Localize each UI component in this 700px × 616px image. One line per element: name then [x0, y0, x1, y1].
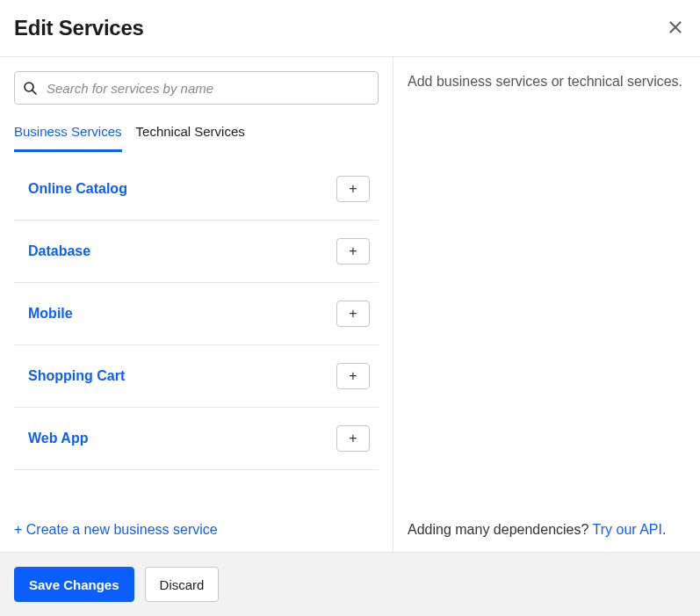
service-link-online-catalog[interactable]: Online Catalog: [14, 181, 127, 197]
right-panel: Add business services or technical servi…: [393, 57, 700, 552]
create-business-service-link[interactable]: + Create a new business service: [14, 522, 218, 538]
modal-footer: Save Changes Discard: [0, 552, 700, 616]
add-button[interactable]: +: [336, 425, 370, 452]
service-link-database[interactable]: Database: [14, 243, 90, 259]
right-intro: Add business services or technical servi…: [408, 71, 686, 92]
modal-body: Business Services Technical Services Onl…: [0, 57, 700, 552]
service-list: Online Catalog + Database + Mobile + Sho…: [14, 158, 379, 470]
search-icon: [23, 81, 37, 95]
service-row: Web App +: [14, 408, 379, 470]
service-row: Online Catalog +: [14, 158, 379, 221]
svg-line-3: [32, 91, 36, 94]
service-row: Mobile +: [14, 283, 379, 345]
tab-technical-services[interactable]: Technical Services: [136, 115, 245, 152]
edit-services-modal: Edit Services Business Services Technica…: [0, 0, 700, 616]
plus-icon: +: [349, 181, 357, 197]
add-button[interactable]: +: [336, 363, 370, 389]
service-link-shopping-cart[interactable]: Shopping Cart: [14, 368, 125, 384]
service-row: Database +: [14, 221, 379, 283]
service-link-web-app[interactable]: Web App: [14, 431, 88, 446]
save-changes-button[interactable]: Save Changes: [14, 567, 134, 602]
modal-header: Edit Services: [0, 0, 700, 57]
plus-icon: +: [349, 431, 357, 446]
search-input[interactable]: [14, 71, 379, 105]
service-row: Shopping Cart +: [14, 345, 379, 408]
left-footer: + Create a new business service: [14, 508, 379, 538]
service-link-mobile[interactable]: Mobile: [14, 306, 73, 322]
search-wrap: [14, 71, 379, 105]
add-button[interactable]: +: [336, 301, 370, 327]
discard-button[interactable]: Discard: [145, 567, 220, 602]
add-button[interactable]: +: [336, 176, 370, 202]
right-bottom: Adding many dependencies? Try our API.: [408, 522, 686, 538]
plus-icon: +: [349, 368, 357, 384]
add-button[interactable]: +: [336, 238, 370, 265]
plus-icon: +: [349, 306, 357, 322]
close-icon: [669, 21, 682, 36]
left-panel: Business Services Technical Services Onl…: [0, 57, 393, 552]
right-bottom-prefix: Adding many dependencies?: [408, 522, 593, 537]
tabs: Business Services Technical Services: [14, 115, 379, 153]
right-bottom-suffix: .: [662, 522, 666, 537]
modal-title: Edit Services: [14, 16, 144, 40]
try-api-link[interactable]: Try our API: [593, 522, 662, 537]
plus-icon: +: [349, 243, 357, 259]
close-button[interactable]: [665, 18, 686, 39]
tab-business-services[interactable]: Business Services: [14, 115, 122, 152]
